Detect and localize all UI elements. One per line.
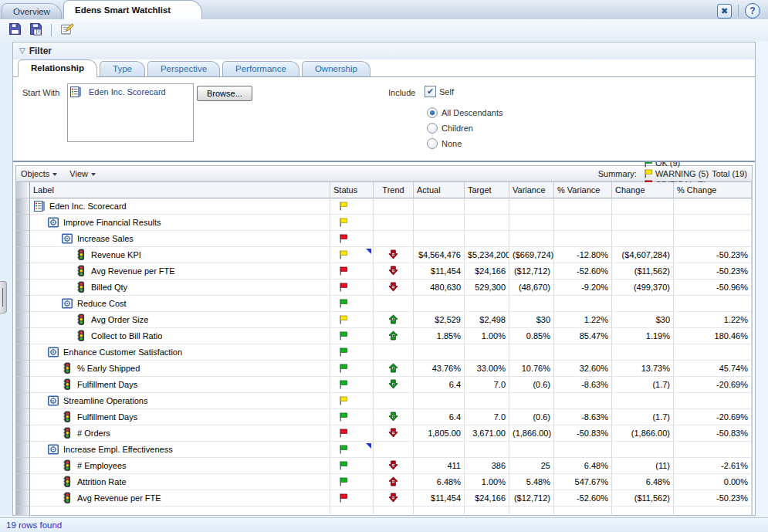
row-selector-gutter[interactable] [16,442,30,458]
row-selector-gutter[interactable] [16,409,30,425]
table-row[interactable]: Attrition Rate6.48%1.00%5.48%547.67%6.48… [16,474,752,490]
list-item[interactable]: Eden Inc. Scorecard [69,86,191,98]
label-cell[interactable]: Collect to Bill Ratio [30,328,330,344]
label-cell[interactable]: Streamline Operations [30,393,330,409]
radio-children[interactable] [427,123,438,134]
status-cell[interactable] [330,425,374,442]
status-cell[interactable] [330,231,374,247]
status-cell[interactable] [330,312,374,328]
table-row[interactable]: Fulfillment Days6.47.0(0.6)-8.63%(1.7)-2… [16,409,752,425]
row-selector-gutter[interactable] [16,280,30,296]
table-row[interactable]: Fulfillment Days6.47.0(0.6)-8.63%(1.7)-2… [16,377,752,393]
trend-cell[interactable] [374,458,414,474]
row-selector-gutter[interactable] [16,344,30,361]
status-cell[interactable] [330,393,374,409]
row-selector-gutter[interactable] [16,361,30,377]
label-cell[interactable]: Enhance Customer Satisfaction [30,344,330,361]
tab-performance[interactable]: Performance [222,61,299,76]
row-selector-gutter[interactable] [16,263,30,280]
table-row[interactable]: # Orders1,805.003,671.00(1,866.00)-50.83… [16,425,752,442]
status-cell[interactable] [330,344,374,361]
close-icon[interactable]: ✖ [717,4,732,19]
row-selector-gutter[interactable] [16,312,30,328]
column-header-trend[interactable]: Trend [374,182,414,198]
row-selector-gutter[interactable] [16,393,30,409]
column-header-label[interactable]: Label [30,182,330,198]
trend-cell[interactable] [374,263,414,280]
label-cell[interactable]: Increase Sales [30,231,330,247]
trend-cell[interactable] [374,393,414,409]
status-cell[interactable] [330,280,374,296]
self-checkbox[interactable]: ✔ [425,86,436,97]
status-cell[interactable] [330,263,374,280]
label-cell[interactable]: Improve Financial Results [30,215,330,231]
label-cell[interactable]: Avg Revenue per FTE [30,263,330,280]
save-as-button[interactable]: [I] [27,22,44,39]
start-with-listbox[interactable]: Eden Inc. Scorecard [67,83,194,142]
help-icon[interactable]: ? [745,3,760,19]
column-header--change[interactable]: % Change [674,182,752,198]
label-cell[interactable]: Billed Qty [30,280,330,296]
trend-cell[interactable] [374,296,414,312]
table-row[interactable]: Increase Empl. Effectiveness [16,442,752,458]
column-header-status[interactable]: Status [330,182,374,198]
trend-cell[interactable] [374,247,414,263]
trend-cell[interactable] [374,377,414,393]
label-cell[interactable]: Avg Order Size [30,312,330,328]
row-selector-gutter[interactable] [16,231,30,247]
table-row[interactable]: Avg Revenue per FTE$11,454$24,166($12,71… [16,263,752,280]
label-cell[interactable]: Fulfillment Days [30,377,330,393]
radio-all-descendants[interactable] [427,107,438,118]
column-header-change[interactable]: Change [612,182,674,198]
browse-button[interactable]: Browse... [197,86,252,101]
column-header--variance[interactable]: % Variance [554,182,612,198]
tab-perspective[interactable]: Perspective [147,61,220,76]
table-row[interactable]: Collect to Bill Ratio1.85%1.00%0.85%85.4… [16,328,752,344]
save-button[interactable] [6,22,23,39]
tab-type[interactable]: Type [100,61,145,76]
trend-cell[interactable] [374,215,414,231]
trend-cell[interactable] [374,490,414,507]
row-selector-gutter[interactable] [16,474,30,490]
status-cell[interactable] [330,215,374,231]
label-cell[interactable]: Attrition Rate [30,474,330,490]
row-selector-gutter[interactable] [16,490,30,507]
tab-ownership[interactable]: Ownership [302,61,370,76]
annotation-note-icon[interactable] [366,249,371,254]
label-cell[interactable]: # Employees [30,458,330,474]
tab-relationship[interactable]: Relationship [18,59,97,77]
trend-cell[interactable] [374,474,414,490]
row-selector-gutter[interactable] [16,215,30,231]
table-row[interactable]: Enhance Customer Satisfaction [16,344,752,361]
row-selector-gutter[interactable] [16,377,30,393]
row-selector-gutter[interactable] [16,425,30,442]
status-cell[interactable] [330,361,374,377]
trend-cell[interactable] [374,361,414,377]
label-cell[interactable]: % Early Shipped [30,361,330,377]
trend-cell[interactable] [374,425,414,442]
trend-cell[interactable] [374,442,414,458]
label-cell[interactable]: Avg Revenue per FTE [30,490,330,507]
status-cell[interactable] [330,247,374,263]
status-cell[interactable] [330,409,374,425]
table-row[interactable]: Streamline Operations [16,393,752,409]
status-cell[interactable] [330,377,374,393]
status-cell[interactable] [330,442,374,458]
tab-overview[interactable]: Overview [2,3,62,19]
table-row[interactable]: % Early Shipped43.76%33.00%10.76%32.60%1… [16,361,752,377]
label-cell[interactable]: # Orders [30,425,330,442]
splitter-handle[interactable] [0,281,7,313]
table-row[interactable]: Eden Inc. Scorecard [16,198,752,215]
status-cell[interactable] [330,490,374,507]
table-row[interactable]: # Employees411386256.48%(11)-2.61% [16,458,752,474]
table-row[interactable]: Reduce Cost [16,296,752,312]
trend-cell[interactable] [374,409,414,425]
row-selector-gutter[interactable] [16,296,30,312]
status-cell[interactable] [330,474,374,490]
table-row[interactable]: Avg Revenue per FTE$11,454$24,166($12,71… [16,490,752,507]
filter-section-header[interactable]: ▽ Filter [13,42,755,59]
table-row[interactable]: Increase Sales [16,231,752,247]
row-selector-gutter[interactable] [16,328,30,344]
properties-button[interactable] [59,22,76,39]
annotation-note-icon[interactable] [366,443,371,449]
